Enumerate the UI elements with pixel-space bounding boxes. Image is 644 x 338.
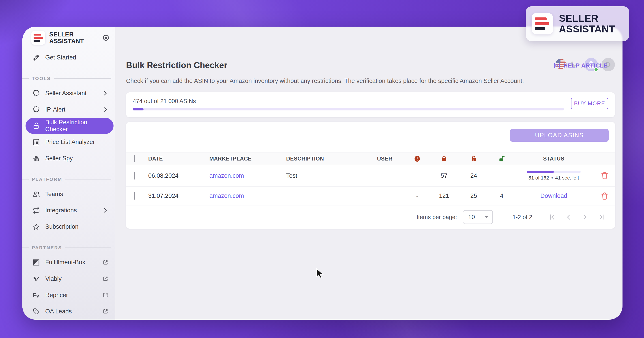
cell-alert-count: - [404,192,430,199]
desktop: { "colors": { "accent": "#7d55e0", "acce… [0,0,644,338]
fulfillment-box-logo-icon [32,258,40,266]
badge-icon [32,106,40,114]
sidebar-item-label: Price List Analyzer [45,139,95,146]
delete-row-button[interactable] [600,171,609,180]
column-header-marketplace: MARKETPLACE [204,156,280,162]
sidebar-item-integrations[interactable]: Integrations [22,202,115,219]
buy-more-button[interactable]: BUY MORE [571,98,608,109]
sidebar-item-subscription[interactable]: Subscription [22,219,115,235]
upload-asins-button[interactable]: UPLOAD ASINS [510,129,608,142]
app-window: SELLERASSISTANT Get Started TOOLS Seller… [22,27,622,320]
delete-row-button[interactable] [600,191,609,201]
cell-marketplace-link[interactable]: amazon.com [204,172,280,179]
sidebar-item-price-list-analyzer[interactable]: Price List Analyzer [22,134,115,150]
sidebar-item-ip-alert[interactable]: IP-Alert [22,102,115,118]
sidebar-item-label: Integrations [45,207,77,214]
page-title: Bulk Restriction Checker [126,61,227,70]
chevron-right-icon [102,90,108,97]
sidebar-item-fulfillment-box[interactable]: Fulfillment-Box [22,254,115,271]
column-header-description: DESCRIPTION [280,156,366,162]
first-page-button[interactable] [548,213,556,221]
sidebar-item-viably[interactable]: Viably [22,271,115,287]
help-article-label: HELP ARTICLE [564,62,608,69]
column-header-user: USER [366,156,404,162]
sidebar-item-repricer[interactable]: Repricer [22,287,115,303]
sidebar-item-seller-spy[interactable]: Seller Spy [22,150,115,167]
cell-description: Test [280,172,366,179]
cell-unlocked-count: - [490,172,514,179]
sidebar-section-platform: PLATFORM [22,176,111,182]
external-link-icon [102,259,108,266]
table-row: 31.07.2024 amazon.com - 121 25 4 Downloa… [126,187,615,205]
lock-closed-icon [440,155,448,163]
select-all-checkbox[interactable] [134,155,135,162]
sidebar-item-label: Fulfillment-Box [45,259,85,266]
seller-assistant-logo-icon [532,13,553,34]
sidebar-item-label: Seller Assistant [45,90,87,97]
alert-circle-icon [413,155,421,163]
cell-date: 31.07.2024 [143,192,204,199]
sidebar-section-tools: TOOLS [22,75,111,82]
row-checkbox[interactable] [134,192,135,200]
quota-progress-fill [133,108,144,110]
sidebar-item-label: Subscription [45,223,78,230]
cell-alert-count: - [404,172,430,179]
sidebar-section-partners: PARTNERS [22,244,111,251]
help-article-link[interactable]: HELP ARTICLE [553,62,608,69]
sidebar-item-oa-leads[interactable]: OA Leads [22,303,115,320]
chevron-down-icon [485,216,488,218]
sidebar-brand: SELLERASSISTANT [31,30,110,45]
lock-alert-icon [470,155,478,163]
main-content: D Bulk Restriction Checker HELP ARTICLE … [115,27,622,320]
last-page-button[interactable] [598,213,605,221]
sidebar-item-label: OA Leads [45,308,72,315]
people-icon [32,190,40,198]
watermark-title: SELLERASSISTANT [559,13,615,34]
items-per-page-label: Items per page: [416,214,457,221]
page-size-value: 10 [468,214,475,221]
checks-table-card: UPLOAD ASINS DATE MARKETPLACE DESCRIPTIO… [126,122,615,229]
trash-icon [600,171,609,180]
cell-marketplace-link[interactable]: amazon.com [204,192,280,199]
column-header-date: DATE [143,156,204,162]
rocket-icon [32,54,40,62]
previous-page-button[interactable] [565,213,572,221]
cell-locked-alert-count: 25 [458,192,490,199]
seller-assistant-logo-icon [31,31,45,45]
column-header-locked [430,155,458,163]
brand-name: SELLERASSISTANT [49,31,84,44]
article-icon [553,62,560,69]
trash-icon [600,191,609,200]
sidebar-item-seller-assistant[interactable]: Seller Assistant [22,85,115,102]
quota-label: 474 out of 21 000 ASINs [133,98,196,105]
external-link-icon [102,292,108,298]
sidebar-item-get-started[interactable]: Get Started [22,49,115,66]
sidebar-item-teams[interactable]: Teams [22,186,115,202]
column-header-locked-alert [458,155,490,163]
page-size-select[interactable]: 10 [463,210,493,224]
column-header-alert [404,155,430,163]
badge-icon [32,89,40,97]
download-link[interactable]: Download [514,192,594,199]
lock-open-green-icon [498,155,506,163]
table-header-row: DATE MARKETPLACE DESCRIPTION USER STATUS [126,152,615,165]
cell-locked-count: 121 [430,192,458,199]
viably-logo-icon [32,275,40,283]
external-link-icon [102,276,108,282]
sidebar-item-bulk-restriction-checker[interactable]: Bulk Restriction Checker [26,118,114,134]
table-row: 06.08.2024 amazon.com Test - 57 24 - 81 … [126,165,615,187]
asin-quota-card: 474 out of 21 000 ASINs BUY MORE [126,92,615,117]
sidebar-collapse-toggle[interactable] [102,34,110,41]
sidebar-item-label: Teams [45,191,63,198]
column-header-unlocked [490,155,514,163]
next-page-button[interactable] [582,213,589,221]
lock-open-icon [32,122,40,130]
row-checkbox[interactable] [134,172,135,179]
status-progress: 81 of 162 • 41 sec. left [514,171,594,181]
sidebar-item-label: Viably [45,275,62,282]
sidebar-item-label: Bulk Restriction Checker [45,119,107,133]
chevron-right-icon [102,106,108,113]
page-subtitle: Check if you can add the ASIN to your Am… [126,78,524,84]
sync-repeat-icon [32,206,40,214]
status-progress-fill [527,171,554,173]
